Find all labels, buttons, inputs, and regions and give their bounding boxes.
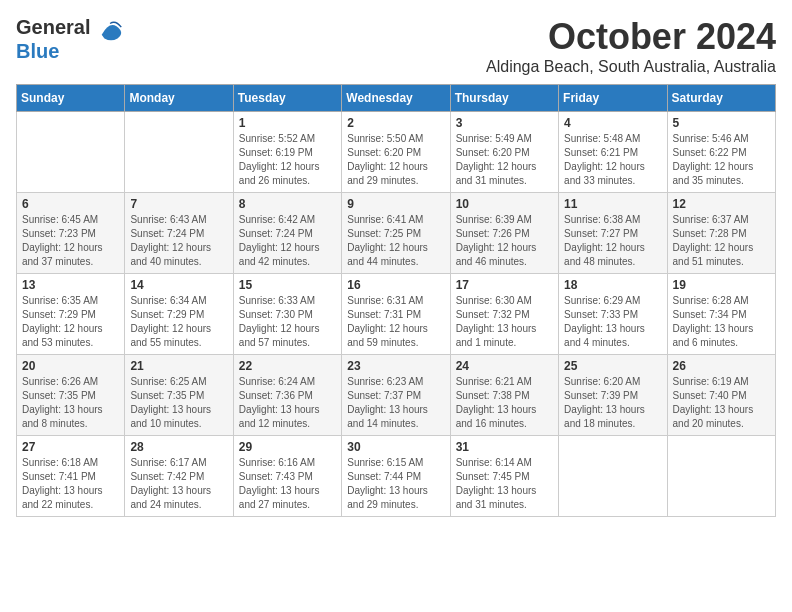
weekday-header-monday: Monday [125,85,233,112]
day-number: 1 [239,116,336,130]
day-info: Sunrise: 6:45 AMSunset: 7:23 PMDaylight:… [22,213,119,269]
day-number: 29 [239,440,336,454]
day-info: Sunrise: 5:52 AMSunset: 6:19 PMDaylight:… [239,132,336,188]
day-info: Sunrise: 6:14 AMSunset: 7:45 PMDaylight:… [456,456,553,512]
day-info: Sunrise: 6:34 AMSunset: 7:29 PMDaylight:… [130,294,227,350]
location-title: Aldinga Beach, South Australia, Australi… [486,58,776,76]
day-info: Sunrise: 6:30 AMSunset: 7:32 PMDaylight:… [456,294,553,350]
calendar-week-row: 6Sunrise: 6:45 AMSunset: 7:23 PMDaylight… [17,193,776,274]
day-number: 13 [22,278,119,292]
calendar-cell: 6Sunrise: 6:45 AMSunset: 7:23 PMDaylight… [17,193,125,274]
calendar-cell: 31Sunrise: 6:14 AMSunset: 7:45 PMDayligh… [450,436,558,517]
calendar-cell: 17Sunrise: 6:30 AMSunset: 7:32 PMDayligh… [450,274,558,355]
day-number: 20 [22,359,119,373]
day-number: 24 [456,359,553,373]
calendar-cell: 7Sunrise: 6:43 AMSunset: 7:24 PMDaylight… [125,193,233,274]
calendar-cell: 10Sunrise: 6:39 AMSunset: 7:26 PMDayligh… [450,193,558,274]
day-info: Sunrise: 6:17 AMSunset: 7:42 PMDaylight:… [130,456,227,512]
day-number: 3 [456,116,553,130]
calendar-cell: 20Sunrise: 6:26 AMSunset: 7:35 PMDayligh… [17,355,125,436]
day-number: 6 [22,197,119,211]
day-number: 23 [347,359,444,373]
day-number: 22 [239,359,336,373]
day-number: 21 [130,359,227,373]
calendar-week-row: 20Sunrise: 6:26 AMSunset: 7:35 PMDayligh… [17,355,776,436]
calendar-cell: 4Sunrise: 5:48 AMSunset: 6:21 PMDaylight… [559,112,667,193]
calendar-cell: 26Sunrise: 6:19 AMSunset: 7:40 PMDayligh… [667,355,775,436]
day-info: Sunrise: 6:39 AMSunset: 7:26 PMDaylight:… [456,213,553,269]
day-number: 12 [673,197,770,211]
title-block: October 2024 Aldinga Beach, South Austra… [486,16,776,76]
calendar-table: SundayMondayTuesdayWednesdayThursdayFrid… [16,84,776,517]
day-number: 25 [564,359,661,373]
calendar-cell: 14Sunrise: 6:34 AMSunset: 7:29 PMDayligh… [125,274,233,355]
logo: General Blue [16,16,125,63]
day-info: Sunrise: 5:50 AMSunset: 6:20 PMDaylight:… [347,132,444,188]
day-number: 31 [456,440,553,454]
day-info: Sunrise: 6:25 AMSunset: 7:35 PMDaylight:… [130,375,227,431]
day-info: Sunrise: 6:20 AMSunset: 7:39 PMDaylight:… [564,375,661,431]
day-info: Sunrise: 6:26 AMSunset: 7:35 PMDaylight:… [22,375,119,431]
calendar-cell: 24Sunrise: 6:21 AMSunset: 7:38 PMDayligh… [450,355,558,436]
day-number: 17 [456,278,553,292]
weekday-header-sunday: Sunday [17,85,125,112]
day-info: Sunrise: 6:31 AMSunset: 7:31 PMDaylight:… [347,294,444,350]
day-number: 2 [347,116,444,130]
day-info: Sunrise: 6:42 AMSunset: 7:24 PMDaylight:… [239,213,336,269]
day-info: Sunrise: 6:33 AMSunset: 7:30 PMDaylight:… [239,294,336,350]
day-number: 30 [347,440,444,454]
weekday-header-wednesday: Wednesday [342,85,450,112]
calendar-week-row: 1Sunrise: 5:52 AMSunset: 6:19 PMDaylight… [17,112,776,193]
calendar-cell [125,112,233,193]
day-info: Sunrise: 6:41 AMSunset: 7:25 PMDaylight:… [347,213,444,269]
day-info: Sunrise: 5:46 AMSunset: 6:22 PMDaylight:… [673,132,770,188]
calendar-cell: 1Sunrise: 5:52 AMSunset: 6:19 PMDaylight… [233,112,341,193]
calendar-cell: 2Sunrise: 5:50 AMSunset: 6:20 PMDaylight… [342,112,450,193]
day-info: Sunrise: 6:35 AMSunset: 7:29 PMDaylight:… [22,294,119,350]
calendar-cell: 16Sunrise: 6:31 AMSunset: 7:31 PMDayligh… [342,274,450,355]
day-info: Sunrise: 6:23 AMSunset: 7:37 PMDaylight:… [347,375,444,431]
month-title: October 2024 [486,16,776,58]
day-number: 18 [564,278,661,292]
page-header: General Blue October 2024 Aldinga Beach,… [16,16,776,76]
day-info: Sunrise: 6:19 AMSunset: 7:40 PMDaylight:… [673,375,770,431]
day-number: 27 [22,440,119,454]
calendar-cell: 28Sunrise: 6:17 AMSunset: 7:42 PMDayligh… [125,436,233,517]
day-info: Sunrise: 6:21 AMSunset: 7:38 PMDaylight:… [456,375,553,431]
calendar-cell: 13Sunrise: 6:35 AMSunset: 7:29 PMDayligh… [17,274,125,355]
calendar-week-row: 27Sunrise: 6:18 AMSunset: 7:41 PMDayligh… [17,436,776,517]
day-info: Sunrise: 5:48 AMSunset: 6:21 PMDaylight:… [564,132,661,188]
day-info: Sunrise: 6:38 AMSunset: 7:27 PMDaylight:… [564,213,661,269]
calendar-cell: 19Sunrise: 6:28 AMSunset: 7:34 PMDayligh… [667,274,775,355]
day-info: Sunrise: 6:18 AMSunset: 7:41 PMDaylight:… [22,456,119,512]
day-info: Sunrise: 6:15 AMSunset: 7:44 PMDaylight:… [347,456,444,512]
day-number: 8 [239,197,336,211]
day-number: 11 [564,197,661,211]
day-info: Sunrise: 6:43 AMSunset: 7:24 PMDaylight:… [130,213,227,269]
logo-icon [97,16,125,44]
calendar-cell: 25Sunrise: 6:20 AMSunset: 7:39 PMDayligh… [559,355,667,436]
day-number: 19 [673,278,770,292]
calendar-cell: 15Sunrise: 6:33 AMSunset: 7:30 PMDayligh… [233,274,341,355]
calendar-cell: 30Sunrise: 6:15 AMSunset: 7:44 PMDayligh… [342,436,450,517]
day-number: 26 [673,359,770,373]
calendar-cell: 8Sunrise: 6:42 AMSunset: 7:24 PMDaylight… [233,193,341,274]
weekday-header-row: SundayMondayTuesdayWednesdayThursdayFrid… [17,85,776,112]
day-number: 14 [130,278,227,292]
calendar-week-row: 13Sunrise: 6:35 AMSunset: 7:29 PMDayligh… [17,274,776,355]
day-number: 15 [239,278,336,292]
day-info: Sunrise: 6:28 AMSunset: 7:34 PMDaylight:… [673,294,770,350]
calendar-cell: 9Sunrise: 6:41 AMSunset: 7:25 PMDaylight… [342,193,450,274]
weekday-header-saturday: Saturday [667,85,775,112]
day-number: 4 [564,116,661,130]
day-number: 16 [347,278,444,292]
calendar-cell: 5Sunrise: 5:46 AMSunset: 6:22 PMDaylight… [667,112,775,193]
day-number: 9 [347,197,444,211]
calendar-cell: 11Sunrise: 6:38 AMSunset: 7:27 PMDayligh… [559,193,667,274]
calendar-cell: 27Sunrise: 6:18 AMSunset: 7:41 PMDayligh… [17,436,125,517]
day-info: Sunrise: 6:37 AMSunset: 7:28 PMDaylight:… [673,213,770,269]
day-info: Sunrise: 5:49 AMSunset: 6:20 PMDaylight:… [456,132,553,188]
day-number: 28 [130,440,227,454]
weekday-header-tuesday: Tuesday [233,85,341,112]
weekday-header-friday: Friday [559,85,667,112]
